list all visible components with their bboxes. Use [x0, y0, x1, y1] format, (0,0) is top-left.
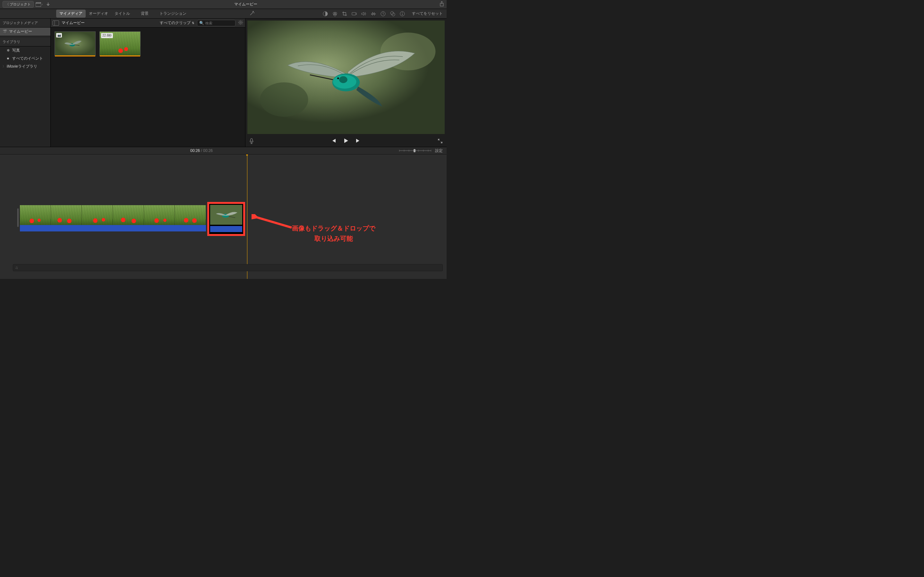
timecode: 00:26 / 00:26: [190, 148, 213, 153]
annotation-arrow: [252, 214, 293, 230]
volume-icon[interactable]: [361, 11, 367, 16]
import-icon[interactable]: [45, 2, 52, 7]
svg-rect-23: [250, 139, 252, 142]
back-label: プロジェクト: [10, 2, 31, 7]
sidebar-item-imovie-library[interactable]: 〉 iMovieライブラリ: [0, 63, 50, 71]
sidebar-item-label: すべてのイベント: [12, 56, 43, 61]
playhead[interactable]: [247, 155, 247, 279]
annotation-line1: 画像もドラッグ＆ドロップで: [292, 223, 375, 234]
microphone-icon[interactable]: [249, 138, 254, 145]
sidebar-item-label: マイムービー: [9, 29, 32, 34]
noise-reduction-icon[interactable]: [371, 11, 376, 16]
window-title: マイムービー: [52, 2, 439, 7]
timeline-settings-button[interactable]: 設定: [435, 148, 443, 153]
svg-point-17: [260, 82, 308, 117]
viewer-canvas[interactable]: [247, 21, 445, 134]
camera-icon: 📷: [56, 33, 62, 37]
prev-button[interactable]: [331, 138, 337, 145]
svg-point-22: [337, 77, 339, 79]
sidebar-item-label: iMovieライブラリ: [7, 64, 37, 69]
svg-line-26: [255, 217, 292, 227]
media-browser: マイムービー すべてのクリップ ⇅ 🔍: [51, 19, 246, 147]
svg-point-12: [240, 22, 242, 23]
tab-transitions[interactable]: トランジション: [156, 10, 190, 18]
clapperboard-icon[interactable]: ♪: [36, 2, 43, 7]
topbar: マイメディア オーディオ タイトル 背景 トランジション すべてをリセット: [0, 9, 447, 19]
timecode-current: 00:26: [190, 148, 200, 153]
music-icon: ♫: [15, 266, 18, 270]
annotation-text: 画像もドラッグ＆ドロップで 取り込み可能: [292, 223, 375, 243]
svg-point-9: [392, 13, 395, 16]
sidebar-item-all-events[interactable]: ★ すべてのイベント: [0, 55, 50, 63]
next-button[interactable]: [355, 138, 360, 145]
back-button[interactable]: 〈 プロジェクト: [3, 1, 34, 8]
media-clip-photo[interactable]: 📷: [55, 31, 95, 56]
annotation-line2: 取り込み可能: [292, 234, 375, 243]
timeline-header: 00:26 / 00:26 設定: [0, 147, 447, 155]
sidebar-toggle-icon[interactable]: [53, 21, 59, 26]
sidebar-item-my-movie[interactable]: 🎬 マイムービー: [0, 27, 50, 35]
zoom-slider[interactable]: [399, 149, 431, 153]
flower-icon: ✲: [6, 48, 10, 53]
speed-icon[interactable]: [381, 11, 386, 16]
magic-wand-icon[interactable]: [249, 10, 255, 17]
titlebar: 〈 プロジェクト ♪ マイムービー: [0, 0, 447, 9]
fullscreen-icon[interactable]: [438, 139, 443, 145]
color-correction-icon[interactable]: [333, 11, 338, 16]
sidebar-item-photos[interactable]: ✲ 写真: [0, 47, 50, 55]
svg-point-8: [391, 11, 394, 15]
clapperboard-icon: 🎬: [3, 29, 7, 34]
star-icon: ★: [6, 56, 10, 61]
clip-filter-label: すべてのクリップ: [160, 20, 191, 26]
search-input[interactable]: 🔍: [197, 20, 236, 26]
media-clip-video[interactable]: 22.6秒: [99, 31, 141, 56]
svg-rect-6: [352, 13, 356, 15]
tab-titles[interactable]: タイトル: [111, 10, 133, 18]
timecode-duration: 00:26: [203, 148, 213, 153]
sidebar-header-project-media: プロジェクトメディア: [0, 19, 50, 27]
tab-backgrounds[interactable]: 背景: [137, 10, 152, 18]
sidebar-item-label: 写真: [12, 48, 20, 53]
info-icon[interactable]: [400, 11, 405, 16]
music-track[interactable]: ♫: [13, 264, 443, 271]
play-button[interactable]: [342, 137, 349, 145]
timeline[interactable]: ♫ 画像もドラッグ＆ドロップで 取り込み可能: [0, 155, 447, 279]
crop-icon[interactable]: [342, 11, 347, 16]
svg-point-21: [339, 76, 347, 83]
share-icon[interactable]: [439, 1, 444, 7]
tab-my-media[interactable]: マイメディア: [56, 10, 86, 18]
timeline-clip-image-audio[interactable]: [210, 226, 242, 232]
search-icon: 🔍: [199, 21, 204, 25]
media-breadcrumb[interactable]: マイムービー: [61, 20, 85, 26]
color-balance-icon[interactable]: [323, 11, 328, 16]
svg-point-11: [402, 13, 403, 13]
clip-filter-icon[interactable]: [390, 11, 395, 16]
timeline-clip-audio[interactable]: [20, 225, 206, 231]
sidebar: プロジェクトメディア 🎬 マイムービー ライブラリ ✲ 写真 ★ すべてのイベン…: [0, 19, 51, 147]
viewer: [246, 19, 447, 147]
updown-icon: ⇅: [192, 21, 194, 25]
chevron-right-icon: 〉: [3, 64, 5, 69]
clip-duration-badge: 22.6秒: [101, 33, 113, 38]
svg-rect-0: [36, 3, 41, 6]
stabilization-icon[interactable]: [352, 11, 357, 16]
timeline-clip-video[interactable]: [20, 205, 206, 231]
sidebar-header-library: ライブラリ: [0, 37, 50, 47]
timeline-clip-image[interactable]: [207, 202, 245, 236]
clip-filter-dropdown[interactable]: すべてのクリップ ⇅: [160, 20, 194, 26]
reset-all-button[interactable]: すべてをリセット: [412, 11, 443, 16]
chevron-left-icon: 〈: [5, 2, 9, 7]
tab-audio[interactable]: オーディオ: [86, 10, 111, 18]
gear-icon[interactable]: [238, 20, 243, 26]
clip-handle[interactable]: [17, 208, 19, 227]
search-field[interactable]: [205, 21, 234, 25]
